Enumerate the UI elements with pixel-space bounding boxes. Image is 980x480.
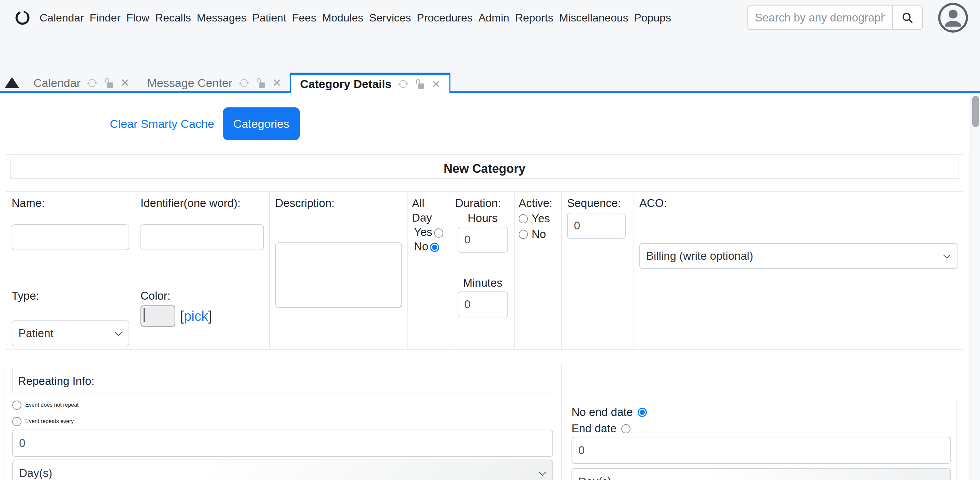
sequence-input[interactable] bbox=[567, 213, 626, 238]
all-day-label-line1: All bbox=[412, 196, 449, 211]
category-form-card: New Category Name: Type: Patient Identif… bbox=[1, 149, 969, 480]
aco-cell: ACO: Billing (write optional) bbox=[634, 192, 963, 350]
nav-item-messages[interactable]: Messages bbox=[197, 11, 247, 24]
tab-label: Calendar bbox=[33, 76, 81, 90]
refresh-icon[interactable] bbox=[398, 79, 409, 89]
refresh-icon[interactable] bbox=[239, 78, 249, 88]
nav-item-admin[interactable]: Admin bbox=[479, 11, 509, 24]
end-unit-select[interactable]: Day(s) bbox=[571, 468, 951, 480]
color-pick-link[interactable]: pick bbox=[184, 308, 208, 324]
panel-header-wrapper: New Category bbox=[6, 154, 963, 190]
scrollbar-thumb[interactable] bbox=[972, 96, 979, 127]
close-icon[interactable]: ✕ bbox=[272, 77, 281, 88]
active-no-label: No bbox=[531, 226, 546, 242]
description-textarea[interactable] bbox=[275, 242, 402, 308]
nav-item-patient[interactable]: Patient bbox=[252, 11, 286, 24]
end-date-radio[interactable] bbox=[621, 424, 630, 433]
main-menu: Calendar Finder Flow Recalls Messages Pa… bbox=[40, 11, 671, 24]
all-day-cell: All Day Yes No bbox=[408, 192, 451, 350]
nav-item-miscellaneous[interactable]: Miscellaneous bbox=[559, 11, 628, 24]
nav-item-calendar[interactable]: Calendar bbox=[40, 11, 84, 24]
repeat-unit-select[interactable]: Day(s) bbox=[12, 459, 553, 480]
openemr-logo-icon[interactable] bbox=[14, 10, 31, 26]
user-avatar[interactable] bbox=[938, 2, 969, 33]
duration-hours-input[interactable] bbox=[458, 227, 508, 253]
nav-item-services[interactable]: Services bbox=[369, 11, 411, 24]
nav-item-recalls[interactable]: Recalls bbox=[155, 11, 191, 24]
duration-minutes-label: Minutes bbox=[455, 276, 510, 290]
description-cell: Description: bbox=[270, 192, 408, 350]
category-fields-row: Name: Type: Patient Identifier(one word)… bbox=[6, 191, 963, 350]
unlock-icon[interactable] bbox=[256, 78, 266, 88]
tab-category-details[interactable]: Category Details ✕ bbox=[290, 73, 450, 93]
patient-search bbox=[748, 5, 923, 30]
end-date-box: No end date End date Day(s) bbox=[566, 399, 957, 480]
type-select[interactable]: Patient bbox=[11, 321, 129, 346]
active-cell: Active: Yes No bbox=[515, 192, 562, 350]
tab-calendar[interactable]: Calendar ✕ bbox=[25, 73, 138, 93]
color-swatch-fill bbox=[143, 308, 145, 322]
all-day-yes-label: Yes bbox=[414, 226, 433, 238]
close-icon[interactable]: ✕ bbox=[120, 77, 130, 88]
event-no-repeat-label: Event does not repeat bbox=[25, 397, 79, 413]
tab-label: Message Center bbox=[147, 76, 232, 90]
aco-label: ACO: bbox=[640, 196, 958, 210]
collapse-triangle-icon[interactable] bbox=[5, 77, 19, 88]
repeating-info-header: Repeating Info: bbox=[12, 369, 553, 393]
search-button[interactable] bbox=[892, 5, 923, 30]
color-swatch[interactable] bbox=[140, 305, 175, 327]
end-date-label: End date bbox=[571, 420, 617, 437]
duration-hours-label: Hours bbox=[455, 211, 510, 225]
pick-bracket-close: ] bbox=[208, 308, 212, 324]
sequence-cell: Sequence: bbox=[562, 192, 634, 350]
name-label: Name: bbox=[11, 196, 129, 210]
scrollbar-track bbox=[970, 93, 980, 480]
name-input[interactable] bbox=[11, 224, 129, 250]
no-end-date-radio[interactable] bbox=[638, 408, 647, 417]
end-date-input[interactable] bbox=[571, 437, 951, 464]
all-day-no-label: No bbox=[414, 240, 428, 253]
duration-minutes-input[interactable] bbox=[458, 291, 508, 317]
all-day-yes-radio[interactable] bbox=[434, 229, 443, 238]
unlock-icon[interactable] bbox=[415, 79, 425, 89]
repeat-interval-input[interactable] bbox=[12, 429, 553, 457]
event-repeats-radio[interactable] bbox=[12, 417, 21, 426]
type-label: Type: bbox=[11, 289, 129, 303]
refresh-icon[interactable] bbox=[87, 78, 97, 88]
pick-bracket-open: [ bbox=[180, 308, 184, 324]
repeating-section: Repeating Info: Event does not repeat Ev… bbox=[3, 364, 966, 480]
active-yes-radio[interactable] bbox=[519, 214, 528, 223]
name-type-cell: Name: Type: Patient bbox=[6, 192, 135, 350]
magnifier-icon bbox=[901, 11, 914, 24]
identifier-input[interactable] bbox=[140, 224, 264, 250]
nav-item-popups[interactable]: Popups bbox=[634, 11, 671, 24]
nav-item-fees[interactable]: Fees bbox=[292, 11, 317, 24]
page-title: New Category bbox=[10, 159, 959, 179]
nav-item-finder[interactable]: Finder bbox=[90, 11, 121, 24]
nav-item-procedures[interactable]: Procedures bbox=[417, 11, 473, 24]
active-label: Active: bbox=[519, 196, 559, 210]
nav-item-modules[interactable]: Modules bbox=[322, 11, 363, 24]
close-icon[interactable]: ✕ bbox=[431, 79, 441, 90]
clear-smarty-cache-link[interactable]: Clear Smarty Cache bbox=[110, 117, 214, 130]
top-navbar: Calendar Finder Flow Recalls Messages Pa… bbox=[0, 0, 980, 35]
identifier-label: Identifier(one word): bbox=[140, 196, 264, 210]
active-no-radio[interactable] bbox=[519, 230, 528, 239]
nav-item-flow[interactable]: Flow bbox=[127, 11, 150, 24]
search-input[interactable] bbox=[748, 5, 892, 30]
header: Calendar Finder Flow Recalls Messages Pa… bbox=[0, 0, 980, 93]
identifier-color-cell: Identifier(one word): Color: [pick] bbox=[135, 192, 270, 350]
duration-label: Duration: bbox=[455, 196, 510, 210]
description-label: Description: bbox=[275, 196, 402, 210]
categories-button[interactable]: Categories bbox=[223, 107, 299, 140]
aco-select[interactable]: Billing (write optional) bbox=[640, 243, 958, 269]
tab-message-center[interactable]: Message Center ✕ bbox=[138, 73, 290, 93]
active-yes-label: Yes bbox=[531, 211, 550, 226]
nav-item-reports[interactable]: Reports bbox=[515, 11, 554, 24]
tab-strip: Calendar ✕ Message Center ✕ Category Det… bbox=[3, 73, 450, 93]
event-no-repeat-radio[interactable] bbox=[12, 401, 21, 410]
unlock-icon[interactable] bbox=[104, 78, 114, 88]
sequence-label: Sequence: bbox=[567, 196, 628, 210]
all-day-no-radio[interactable] bbox=[430, 243, 439, 252]
action-row: Clear Smarty Cache Categories bbox=[110, 107, 980, 140]
